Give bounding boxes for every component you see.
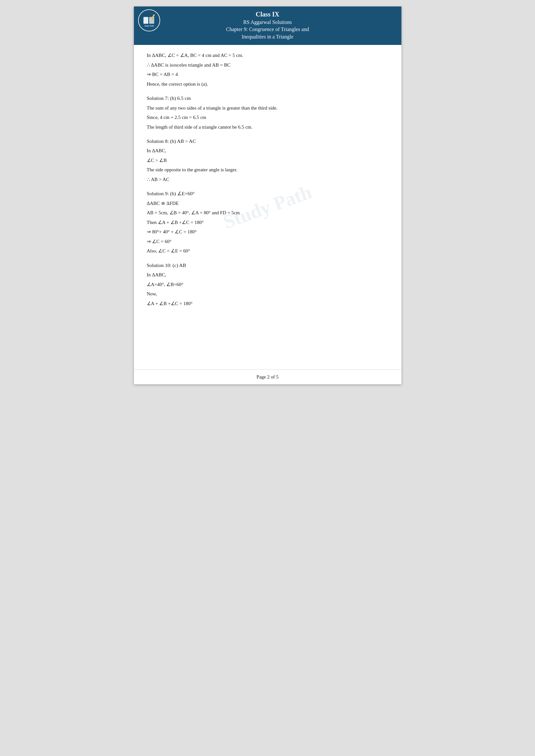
solution8-line-4: ∴ AB > AC bbox=[147, 176, 388, 184]
solution7-line-3: The length of third side of a triangle c… bbox=[147, 123, 388, 132]
solution8-line-1: In ΔABC, bbox=[147, 147, 388, 155]
solution8-line-3: The side opposite to the greater angle i… bbox=[147, 166, 388, 174]
svg-text:Study Path: Study Path bbox=[144, 25, 154, 27]
solution9-header: Solution 9: (b) ∠E=60° bbox=[147, 189, 388, 198]
solution7-answer: (b) 6.5 cm bbox=[169, 95, 191, 101]
header-chapter-label: Chapter 9: Congruence of Triangles and bbox=[140, 26, 395, 33]
intro-line-3: ⇒ BC = AB = 4 bbox=[147, 70, 388, 79]
content-wrapper: Study Path In ΔABC, ∠C = ∠A, BC = 4 cm a… bbox=[134, 45, 401, 369]
solution8-line-2: ∠C > ∠B bbox=[147, 156, 388, 165]
svg-rect-1 bbox=[143, 17, 149, 24]
solution9-line-6: Also, ∠C = ∠E = 60° bbox=[147, 247, 388, 255]
solution10-answer: (c) AB bbox=[171, 262, 186, 268]
header-class-label: Class IX bbox=[140, 10, 395, 19]
solution9-line-2: AB = 5cm, ∠B = 40°, ∠A = 80° and FD = 5c… bbox=[147, 209, 388, 217]
solution10-label: Solution 10: bbox=[147, 262, 171, 268]
page-header: Study Path Class IX RS Aggarwal Solution… bbox=[134, 7, 401, 45]
solution9-label: Solution 9: bbox=[147, 191, 169, 196]
header-inequalities-label: Inequalities in a Triangle bbox=[140, 33, 395, 40]
solution8-header: Solution 8: (b) AB > AC bbox=[147, 137, 388, 146]
solution7-block: Solution 7: (b) 6.5 cm The sum of any tw… bbox=[147, 94, 388, 131]
solution9-line-5: ⇒ ∠C = 60° bbox=[147, 237, 388, 246]
intro-line-2: ∴ ΔABC is isosceles triangle and AB = BC bbox=[147, 61, 388, 69]
solution10-line-1: In ΔABC, bbox=[147, 271, 388, 279]
solution9-answer: (b) ∠E=60° bbox=[169, 191, 195, 196]
logo: Study Path bbox=[138, 9, 160, 32]
solution8-answer: (b) AB > AC bbox=[169, 138, 196, 144]
header-rs-label: RS Aggarwal Solutions bbox=[140, 19, 395, 26]
intro-block: In ΔABC, ∠C = ∠A, BC = 4 cm and AC = 5 c… bbox=[147, 51, 388, 88]
solution9-line-1: ΔABC ≅ ΔFDE bbox=[147, 200, 388, 208]
solution10-block: Solution 10: (c) AB In ΔABC, ∠A=40°, ∠B=… bbox=[147, 261, 388, 308]
intro-line-4: Hence, the correct option is (a). bbox=[147, 80, 388, 89]
main-content: In ΔABC, ∠C = ∠A, BC = 4 cm and AC = 5 c… bbox=[134, 45, 401, 369]
solution7-label: Solution 7: bbox=[147, 95, 169, 101]
solution10-header: Solution 10: (c) AB bbox=[147, 261, 388, 270]
solution8-label: Solution 8: bbox=[147, 138, 169, 144]
solution9-block: Solution 9: (b) ∠E=60° ΔABC ≅ ΔFDE AB = … bbox=[147, 189, 388, 255]
solution7-header: Solution 7: (b) 6.5 cm bbox=[147, 94, 388, 102]
solution9-line-4: ⇒ 80°+ 40° + ∠C = 180° bbox=[147, 228, 388, 236]
solution10-line-3: Now, bbox=[147, 290, 388, 298]
page-footer: Page 2 of 5 bbox=[134, 369, 401, 384]
solution7-line-2: Since, 4 cm + 2.5 cm = 6.5 cm bbox=[147, 114, 388, 122]
page: Study Path Class IX RS Aggarwal Solution… bbox=[134, 7, 401, 384]
solution7-line-1: The sum of any two sides of a triangle i… bbox=[147, 104, 388, 113]
solution9-line-3: Then ∠A + ∠B +∠C = 180° bbox=[147, 219, 388, 227]
intro-line-1: In ΔABC, ∠C = ∠A, BC = 4 cm and AC = 5 c… bbox=[147, 51, 388, 60]
solution8-block: Solution 8: (b) AB > AC In ΔABC, ∠C > ∠B… bbox=[147, 137, 388, 184]
page-number: Page 2 of 5 bbox=[257, 374, 278, 379]
solution10-line-2: ∠A=40°, ∠B=60° bbox=[147, 281, 388, 289]
solution10-line-4: ∠A + ∠B +∠C = 180° bbox=[147, 300, 388, 308]
